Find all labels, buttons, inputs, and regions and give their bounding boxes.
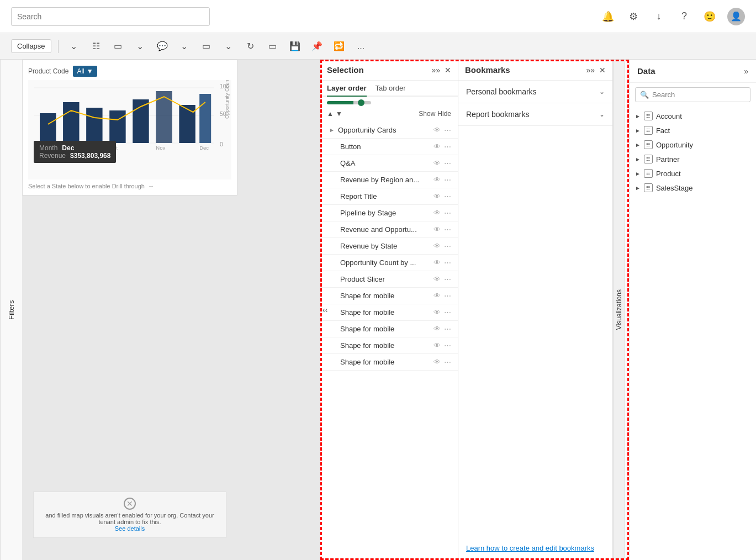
eye-icon[interactable]: 👁 <box>433 358 441 366</box>
filter-select[interactable]: All ▼ <box>73 66 97 77</box>
tab-layer-order[interactable]: Layer order <box>327 84 367 97</box>
eye-icon[interactable]: 👁 <box>433 308 441 316</box>
layer-item[interactable]: Opportunity Count by ... 👁 ⋯ <box>320 255 458 271</box>
eye-icon[interactable]: 👁 <box>433 142 441 151</box>
share-icon[interactable]: 🔁 <box>330 38 348 55</box>
layer-item[interactable]: Product Slicer 👁 ⋯ <box>320 271 458 288</box>
search-input[interactable] <box>11 7 210 26</box>
tooltip-month-value: Dec <box>62 144 74 152</box>
visualizations-strip[interactable]: Visualizations <box>613 60 625 560</box>
copy-icon[interactable]: ▭ <box>109 38 127 55</box>
more-icon[interactable]: ⋯ <box>444 341 451 350</box>
data-search-box[interactable]: 🔍 <box>635 87 750 102</box>
more-options-icon[interactable]: ... <box>352 38 370 55</box>
collapse-button[interactable]: Collapse <box>11 39 51 53</box>
avatar[interactable]: 👤 <box>727 8 745 25</box>
see-details-link[interactable]: See details <box>115 525 145 532</box>
more-icon[interactable]: ⋯ <box>444 142 451 151</box>
eye-icon[interactable]: 👁 <box>433 275 441 283</box>
layer-item[interactable]: Shape for mobile 👁 ⋯ <box>320 337 458 354</box>
eye-icon[interactable]: 👁 <box>433 325 441 333</box>
notification-icon[interactable]: 🔔 <box>600 9 616 24</box>
data-tree-item-product[interactable]: ► ☷ Product <box>630 166 756 181</box>
selection-close-icon[interactable]: ✕ <box>445 66 451 75</box>
filters-panel[interactable]: Filters <box>0 60 22 560</box>
layer-item-left-8: Opportunity Count by ... <box>329 258 416 267</box>
eye-icon[interactable]: 👁 <box>433 209 441 217</box>
help-icon[interactable]: ? <box>676 9 692 24</box>
layer-slider-thumb[interactable] <box>358 99 364 106</box>
layer-item[interactable]: ► Opportunity Cards 👁 ⋯ <box>320 122 458 139</box>
table-view-icon[interactable]: ☷ <box>87 38 105 55</box>
more-icon[interactable]: ⋯ <box>444 275 451 283</box>
chevron-down-icon[interactable]: ⌄ <box>65 38 83 55</box>
layer-item[interactable]: Q&A 👁 ⋯ <box>320 155 458 172</box>
more-icon[interactable]: ⋯ <box>444 292 451 300</box>
layer-slider-track[interactable] <box>327 101 371 104</box>
more-icon[interactable]: ⋯ <box>444 358 451 366</box>
learn-link[interactable]: Learn how to create and edit bookmarks <box>458 536 612 560</box>
personal-bookmarks-header[interactable]: Personal bookmarks ⌄ <box>458 81 612 103</box>
layer-item[interactable]: Revenue and Opportu... 👁 ⋯ <box>320 221 458 238</box>
more-icon[interactable]: ⋯ <box>444 242 451 250</box>
layer-item[interactable]: Button 👁 ⋯ <box>320 139 458 155</box>
eye-icon[interactable]: 👁 <box>433 192 441 200</box>
chevron-frame-icon[interactable]: ⌄ <box>220 38 237 55</box>
layer-item[interactable]: Shape for mobile 👁 ⋯ <box>320 288 458 304</box>
more-icon[interactable]: ⋯ <box>444 225 451 234</box>
refresh-icon[interactable]: ↻ <box>242 38 260 55</box>
eye-icon[interactable]: 👁 <box>433 225 441 234</box>
data-search-input[interactable] <box>652 91 746 99</box>
more-icon[interactable]: ⋯ <box>444 192 451 200</box>
data-expand-icon[interactable]: » <box>744 67 748 76</box>
pin-icon[interactable]: 📌 <box>308 38 326 55</box>
layer-item[interactable]: Revenue by Region an... 👁 ⋯ <box>320 172 458 188</box>
more-icon[interactable]: ⋯ <box>444 258 451 267</box>
data-panel: Data » 🔍 ► ☷ Account ► ☷ Fact ► ☷ Opport… <box>629 60 756 560</box>
more-icon[interactable]: ⋯ <box>444 209 451 217</box>
feedback-icon[interactable]: 🙂 <box>702 9 717 24</box>
layer-item-left-13: Shape for mobile <box>329 341 394 350</box>
show-label[interactable]: Show <box>419 110 435 118</box>
drill-arrow-icon[interactable]: → <box>148 183 154 189</box>
selection-collapse-icon[interactable]: ‹‹ <box>320 303 330 316</box>
comment-icon[interactable]: 💬 <box>154 38 171 55</box>
report-bookmarks-label: Report bookmarks <box>466 110 529 119</box>
comment-chevron-icon[interactable]: ⌄ <box>176 38 193 55</box>
more-icon[interactable]: ⋯ <box>444 176 451 184</box>
eye-icon[interactable]: 👁 <box>433 176 441 184</box>
selection-expand-icon[interactable]: »» <box>431 66 440 75</box>
bookmarks-close-icon[interactable]: ✕ <box>599 66 606 75</box>
layer-item[interactable]: Report Title 👁 ⋯ <box>320 188 458 205</box>
report-bookmarks-header[interactable]: Report bookmarks ⌄ <box>458 103 612 125</box>
data-tree-item-salesstage[interactable]: ► ☷ SalesStage <box>630 181 756 195</box>
eye-icon[interactable]: 👁 <box>433 292 441 300</box>
eye-icon[interactable]: 👁 <box>433 341 441 350</box>
layer-item[interactable]: Shape for mobile 👁 ⋯ <box>320 354 458 371</box>
settings-icon[interactable]: ⚙ <box>626 9 641 24</box>
eye-icon[interactable]: 👁 <box>433 242 441 250</box>
eye-icon[interactable]: 👁 <box>433 258 441 267</box>
layer-item[interactable]: Revenue by State 👁 ⋯ <box>320 238 458 255</box>
frame-icon[interactable]: ▭ <box>198 38 215 55</box>
data-tree-item-fact[interactable]: ► ☷ Fact <box>630 123 756 138</box>
chevron-copy-icon[interactable]: ⌄ <box>131 38 149 55</box>
more-icon[interactable]: ⋯ <box>444 325 451 333</box>
data-tree-item-partner[interactable]: ► ☷ Partner <box>630 152 756 166</box>
layer-item[interactable]: Pipeline by Stage 👁 ⋯ <box>320 205 458 221</box>
layer-item[interactable]: Shape for mobile 👁 ⋯ <box>320 321 458 337</box>
more-icon[interactable]: ⋯ <box>444 126 451 134</box>
more-icon[interactable]: ⋯ <box>444 308 451 316</box>
save-icon[interactable]: 💾 <box>286 38 304 55</box>
data-tree-item-opportunity[interactable]: ► ☷ Opportunity <box>630 138 756 152</box>
duplicate-icon[interactable]: ▭ <box>264 38 282 55</box>
more-icon[interactable]: ⋯ <box>444 159 451 167</box>
download-icon[interactable]: ↓ <box>651 9 667 24</box>
tab-tab-order[interactable]: Tab order <box>376 84 406 97</box>
eye-icon[interactable]: 👁 <box>433 126 441 134</box>
eye-icon[interactable]: 👁 <box>433 159 441 167</box>
layer-item[interactable]: Shape for mobile 👁 ⋯ <box>320 304 458 321</box>
bookmarks-expand-icon[interactable]: »» <box>586 66 595 75</box>
data-tree-item-account[interactable]: ► ☷ Account <box>630 109 756 123</box>
hide-label[interactable]: Hide <box>437 110 451 118</box>
